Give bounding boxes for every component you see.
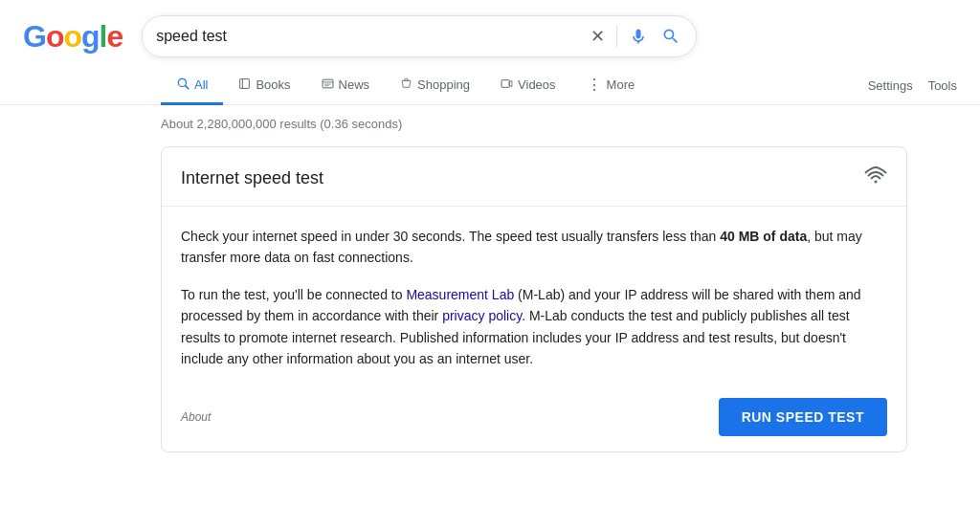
divider xyxy=(616,25,617,48)
search-button[interactable] xyxy=(659,25,682,48)
settings-tools: Settings Tools xyxy=(868,78,980,93)
logo-letter-o2: o xyxy=(63,19,81,54)
videos-tab-icon xyxy=(501,77,513,93)
tab-videos[interactable]: Videos xyxy=(485,68,571,105)
tab-more-label: More xyxy=(607,77,635,92)
wifi-icon xyxy=(864,165,887,192)
logo-letter-g2: g xyxy=(81,19,100,54)
card-paragraph-1: Check your internet speed in under 30 se… xyxy=(181,226,887,269)
para2-prefix: To run the test, you'll be connected to xyxy=(181,287,406,302)
logo-letter-o1: o xyxy=(46,19,64,54)
tab-news-label: News xyxy=(339,77,370,92)
tab-all[interactable]: All xyxy=(161,67,223,105)
books-tab-icon xyxy=(238,77,251,93)
card-body: Check your internet speed in under 30 se… xyxy=(162,207,906,385)
measurement-lab-link[interactable]: Measurement Lab xyxy=(406,287,514,302)
search-bar-icons: ✕ xyxy=(589,24,682,49)
clear-button[interactable]: ✕ xyxy=(589,24,607,49)
tab-videos-label: Videos xyxy=(518,77,556,92)
run-speed-test-button[interactable]: RUN SPEED TEST xyxy=(719,398,887,436)
results-count: About 2,280,000,000 results (0.36 second… xyxy=(161,117,957,131)
card-paragraph-2: To run the test, you'll be connected to … xyxy=(181,284,887,370)
search-bar: ✕ xyxy=(142,15,697,57)
tab-shopping[interactable]: Shopping xyxy=(385,68,485,105)
all-tab-icon xyxy=(176,77,189,93)
svg-rect-2 xyxy=(240,78,250,88)
svg-rect-9 xyxy=(501,79,509,87)
svg-marker-8 xyxy=(402,80,411,87)
tab-more[interactable]: ⋮ More xyxy=(571,68,651,105)
tools-link[interactable]: Tools xyxy=(928,78,957,93)
tab-books[interactable]: Books xyxy=(223,68,305,105)
para1-prefix: Check your internet speed in under 30 se… xyxy=(181,229,720,244)
privacy-policy-link[interactable]: privacy policy xyxy=(442,308,522,323)
card-title: Internet speed test xyxy=(181,168,323,188)
para1-bold: 40 MB of data xyxy=(720,229,807,244)
close-icon: ✕ xyxy=(590,26,605,47)
tab-all-label: All xyxy=(194,77,208,92)
tab-books-label: Books xyxy=(256,77,290,92)
svg-point-11 xyxy=(875,181,878,184)
logo-letter-e: e xyxy=(106,19,122,54)
news-tab-icon xyxy=(322,77,334,93)
voice-search-button[interactable] xyxy=(627,25,650,48)
svg-rect-4 xyxy=(323,79,333,88)
card-header: Internet speed test xyxy=(162,147,906,207)
nav-tabs: All Books News Shopping Videos ⋮ More Se… xyxy=(0,57,980,105)
card-footer: About RUN SPEED TEST xyxy=(162,385,906,451)
header: Google ✕ xyxy=(0,0,980,57)
search-input[interactable] xyxy=(156,28,581,45)
about-text: About xyxy=(181,410,211,424)
mic-icon xyxy=(629,27,648,46)
settings-link[interactable]: Settings xyxy=(868,78,913,93)
logo-letter-g: G xyxy=(23,19,46,54)
tab-shopping-label: Shopping xyxy=(417,77,470,92)
search-icon xyxy=(661,27,680,46)
more-tab-icon: ⋮ xyxy=(587,77,602,93)
shopping-tab-icon xyxy=(400,77,412,93)
speed-test-card: Internet speed test Check your internet … xyxy=(161,146,907,452)
tab-news[interactable]: News xyxy=(306,68,386,105)
svg-line-1 xyxy=(186,86,189,89)
results-area: About 2,280,000,000 results (0.36 second… xyxy=(0,105,980,452)
svg-marker-10 xyxy=(509,80,512,87)
google-logo[interactable]: Google xyxy=(23,19,122,55)
